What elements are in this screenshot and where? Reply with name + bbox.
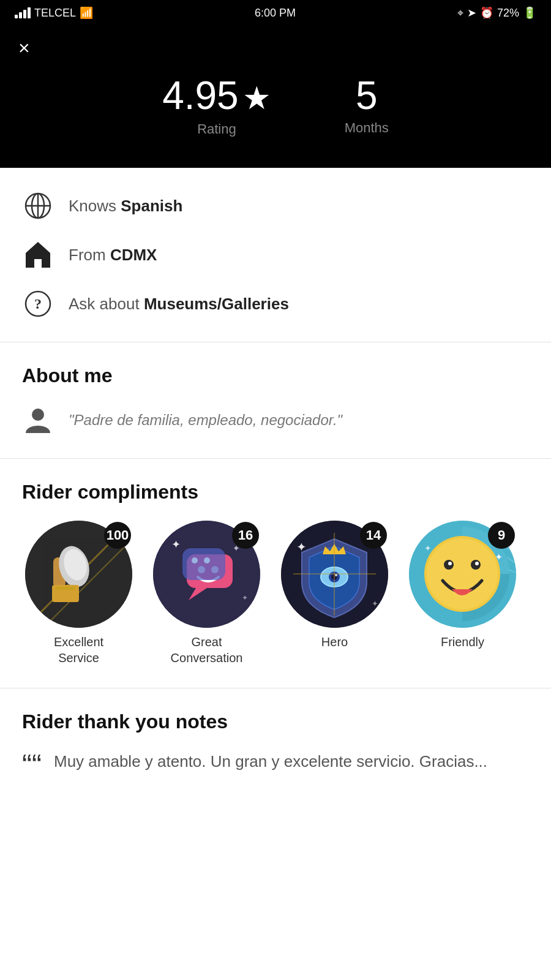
wifi-icon: 📶 — [80, 6, 93, 20]
compliment-label-hero: Hero — [321, 634, 348, 650]
svg-text:✦: ✦ — [424, 543, 432, 553]
battery-icon: 🔋 — [523, 6, 536, 20]
close-button[interactable]: × — [18, 38, 30, 58]
svg-text:✦: ✦ — [495, 552, 503, 562]
badge-count-excellent: 100 — [104, 522, 131, 549]
svg-rect-15 — [56, 587, 75, 590]
header-section: × 4.95 ★ Rating 5 Months — [0, 26, 551, 168]
stats-row: 4.95 ★ Rating 5 Months — [18, 76, 533, 137]
info-section: Knows Spanish From CDMX ? Ask about Muse… — [0, 168, 551, 342]
location-text: From CDMX — [69, 246, 157, 265]
status-left: TELCEL 📶 — [15, 6, 93, 20]
status-bar: TELCEL 📶 6:00 PM ⌖ ➤ ⏰ 72% 🔋 — [0, 0, 551, 26]
rating-block: 4.95 ★ Rating — [162, 76, 271, 137]
months-value: 5 — [345, 76, 389, 115]
compliment-item: 14 ✦ ✦ ✦ — [278, 521, 391, 666]
compliment-label-conversation: GreatConversation — [171, 634, 243, 666]
svg-text:?: ? — [34, 296, 42, 312]
location-icon: ⌖ — [457, 7, 463, 20]
carrier-label: TELCEL — [34, 7, 76, 20]
rating-label: Rating — [162, 121, 271, 137]
status-right: ⌖ ➤ ⏰ 72% 🔋 — [457, 6, 536, 20]
note-text: Muy amable y atento. Un gran y excelente… — [54, 750, 487, 772]
home-icon — [22, 239, 54, 271]
svg-point-6 — [32, 409, 44, 421]
globe-icon — [22, 190, 54, 222]
arrow-icon: ➤ — [467, 6, 476, 20]
svg-point-39 — [427, 538, 498, 609]
months-block: 5 Months — [345, 76, 389, 136]
compliment-badge-excellent: 100 — [25, 521, 132, 628]
about-row: "Padre de familia, empleado, negociador.… — [22, 404, 529, 436]
signal-icon — [15, 7, 31, 18]
compliments-title: Rider compliments — [22, 481, 529, 503]
language-text: Knows Spanish — [69, 197, 182, 216]
svg-text:✦: ✦ — [242, 594, 248, 602]
language-row: Knows Spanish — [22, 190, 529, 222]
ask-text: Ask about Museums/Galleries — [69, 295, 289, 314]
compliment-item: 9 — [406, 521, 519, 666]
quote-icon: ““ — [22, 750, 42, 780]
badge-count-conversation: 16 — [232, 522, 259, 549]
compliments-section: Rider compliments 100 — [0, 459, 551, 688]
notes-section: Rider thank you notes ““ Muy amable y at… — [0, 688, 551, 802]
compliment-label-excellent: ExcellentService — [54, 634, 103, 666]
battery-label: 72% — [497, 7, 519, 20]
compliments-row: 100 — [22, 521, 529, 666]
notes-title: Rider thank you notes — [22, 710, 529, 733]
about-quote: "Padre de familia, empleado, negociador.… — [69, 412, 342, 429]
compliment-item: 16 ✦ ✦ ✦ — [150, 521, 263, 666]
about-title: About me — [22, 364, 529, 387]
ask-row: ? Ask about Museums/Galleries — [22, 288, 529, 320]
svg-point-25 — [192, 557, 198, 564]
time-display: 6:00 PM — [255, 7, 296, 20]
compliment-item: 100 — [22, 521, 135, 666]
compliment-badge-hero: 14 ✦ ✦ ✦ — [281, 521, 388, 628]
compliment-badge-conversation: 16 ✦ ✦ ✦ — [153, 521, 260, 628]
compliment-label-friendly: Friendly — [441, 634, 484, 650]
badge-count-friendly: 9 — [488, 522, 515, 549]
compliment-badge-friendly: 9 — [409, 521, 516, 628]
star-icon: ★ — [242, 80, 271, 116]
person-icon — [22, 404, 54, 436]
svg-point-43 — [475, 562, 479, 565]
rating-value: 4.95 — [162, 76, 239, 115]
svg-rect-24 — [182, 548, 225, 580]
about-section: About me "Padre de familia, empleado, ne… — [0, 342, 551, 459]
svg-text:✦: ✦ — [372, 599, 378, 608]
question-icon: ? — [22, 288, 54, 320]
svg-text:✦: ✦ — [171, 538, 181, 551]
months-label: Months — [345, 120, 389, 136]
note-row: ““ Muy amable y atento. Un gran y excele… — [22, 750, 529, 780]
alarm-icon: ⏰ — [480, 6, 493, 20]
svg-point-42 — [448, 562, 452, 565]
badge-count-hero: 14 — [360, 522, 387, 549]
svg-point-26 — [204, 557, 210, 564]
location-row: From CDMX — [22, 239, 529, 271]
